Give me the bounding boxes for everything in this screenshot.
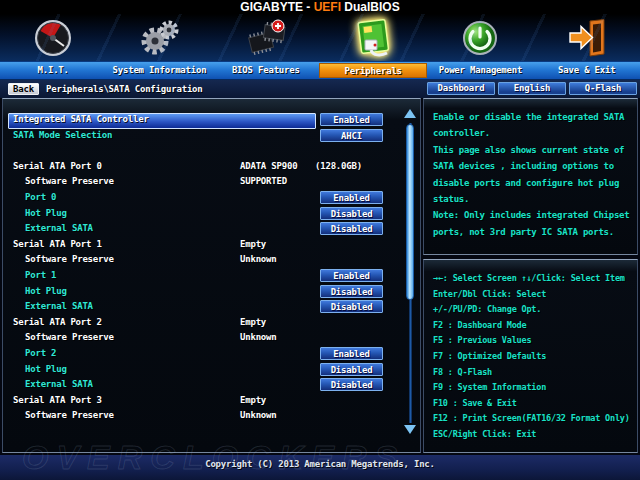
tab-label: Peripherals: [344, 66, 401, 76]
hotkey-line: F9 : System Information: [433, 380, 636, 396]
value-button[interactable]: AHCI: [320, 129, 383, 142]
tab-bar: M.I.T. System Information BIOS Features …: [0, 61, 640, 80]
value-button[interactable]: Disabled: [320, 285, 383, 298]
title-accent: UEFI: [314, 0, 341, 14]
setting-value: Unknown: [240, 252, 277, 268]
hotkey-line: ESC/Right Click: Exit: [433, 427, 636, 443]
setting-label: Integrated SATA Controller: [13, 112, 149, 128]
tab-power-management[interactable]: Power Management: [427, 62, 533, 79]
setting-value: Unknown: [240, 330, 277, 346]
settings-row: [3, 143, 420, 159]
settings-row[interactable]: Software Preserve Unknown: [3, 408, 420, 424]
setting-label: Software Preserve: [25, 174, 114, 190]
settings-row[interactable]: External SATA Disabled: [3, 299, 420, 315]
settings-row[interactable]: Software Preserve Unknown: [3, 330, 420, 346]
hotkey-line: F10 : Save & Exit: [433, 396, 636, 412]
setting-label: Hot Plug: [25, 206, 67, 222]
tab-label: Power Management: [439, 65, 523, 75]
tab-label: BIOS Features: [232, 65, 300, 75]
setting-label: Hot Plug: [25, 284, 67, 300]
title-suffix: DualBIOS: [341, 0, 400, 14]
setting-value: Empty: [240, 393, 266, 409]
value-button[interactable]: Enabled: [320, 347, 383, 360]
settings-row[interactable]: Serial ATA Port 0 ADATA SP900 (128.0GB): [3, 159, 420, 175]
scrollbar[interactable]: [403, 107, 418, 437]
scroll-up-icon[interactable]: [404, 109, 416, 118]
setting-label: External SATA: [25, 299, 93, 315]
settings-row[interactable]: SATA Mode Selection AHCI: [3, 128, 420, 144]
setting-label: Serial ATA Port 1: [13, 237, 102, 253]
watermark: OVERCLOCKERS: [22, 438, 405, 477]
setting-label: Serial ATA Port 0: [13, 159, 102, 175]
tab-label: System Information: [113, 65, 207, 75]
exit-door-icon: [565, 16, 609, 60]
value-button[interactable]: Disabled: [320, 363, 383, 376]
tab-label: Save & Exit: [558, 65, 615, 75]
help-paragraph: Note: Only includes integrated Chipset p…: [433, 207, 636, 240]
setting-label: External SATA: [25, 377, 93, 393]
setting-value: SUPPORTED: [240, 174, 287, 190]
settings-row[interactable]: External SATA Disabled: [3, 377, 420, 393]
setting-label: Port 2: [25, 346, 56, 362]
setting-label: Port 0: [25, 190, 56, 206]
scrollbar-thumb[interactable]: [406, 124, 414, 300]
quick-buttons: Dashboard English Q-Flash: [427, 82, 637, 95]
settings-row[interactable]: Hot Plug Disabled: [3, 284, 420, 300]
settings-row[interactable]: Hot Plug Disabled: [3, 362, 420, 378]
setting-value: Empty: [240, 237, 266, 253]
settings-row[interactable]: Serial ATA Port 1 Empty: [3, 237, 420, 253]
tab-system-information[interactable]: System Information: [106, 62, 212, 79]
help-paragraph: This page also shows current state of SA…: [433, 142, 636, 208]
setting-label: Software Preserve: [25, 408, 114, 424]
peripheral-card-icon: [351, 16, 395, 60]
setting-label: Software Preserve: [25, 252, 114, 268]
settings-row[interactable]: Serial ATA Port 2 Empty: [3, 315, 420, 331]
setting-label: Serial ATA Port 3: [13, 393, 102, 409]
dashboard-button[interactable]: Dashboard: [427, 82, 495, 95]
bios-screen: GIGABYTE - UEFI DualBIOS: [0, 0, 640, 480]
setting-label: Serial ATA Port 2: [13, 315, 102, 331]
setting-label: Hot Plug: [25, 362, 67, 378]
qflash-button[interactable]: Q-Flash: [569, 82, 637, 95]
settings-row[interactable]: Software Preserve Unknown: [3, 252, 420, 268]
settings-row[interactable]: External SATA Disabled: [3, 221, 420, 237]
value-button[interactable]: Enabled: [320, 269, 383, 282]
power-icon: [458, 16, 502, 60]
help-paragraph: Enable or disable the integrated SATA co…: [433, 109, 636, 142]
setting-value: Unknown: [240, 408, 277, 424]
settings-row[interactable]: Serial ATA Port 3 Empty: [3, 393, 420, 409]
tab-peripherals[interactable]: Peripherals: [319, 63, 427, 78]
settings-row[interactable]: Software Preserve SUPPORTED: [3, 174, 420, 190]
hotkey-line: F5 : Previous Values: [433, 333, 636, 349]
tab-icon-strip: [0, 14, 640, 61]
hotkey-line: F12 : Print Screen(FAT16/32 Format Only): [433, 411, 636, 427]
settings-row[interactable]: Port 1 Enabled: [3, 268, 420, 284]
tab-mit[interactable]: M.I.T.: [0, 62, 106, 79]
chips-icon: [245, 16, 289, 60]
sata-configuration-panel: Integrated SATA Controller Enabled SATA …: [2, 98, 421, 453]
settings-row[interactable]: Integrated SATA Controller Enabled: [3, 112, 420, 128]
hotkey-line: Enter/Dbl Click: Select: [433, 287, 636, 303]
value-button[interactable]: Disabled: [320, 222, 383, 235]
tab-bios-features[interactable]: BIOS Features: [213, 62, 319, 79]
value-button[interactable]: Enabled: [320, 113, 383, 126]
help-text: Enable or disable the integrated SATA co…: [424, 99, 637, 240]
setting-value: Empty: [240, 315, 266, 331]
settings-row[interactable]: Port 2 Enabled: [3, 346, 420, 362]
settings-row[interactable]: Port 0 Enabled: [3, 190, 420, 206]
value-button[interactable]: Disabled: [320, 207, 383, 220]
value-button[interactable]: Disabled: [320, 378, 383, 391]
value-button[interactable]: Disabled: [320, 300, 383, 313]
scroll-down-icon[interactable]: [404, 425, 416, 434]
tab-save-exit[interactable]: Save & Exit: [534, 62, 640, 79]
english-button[interactable]: English: [498, 82, 566, 95]
setting-capacity: (128.0GB): [315, 159, 362, 175]
settings-row[interactable]: Hot Plug Disabled: [3, 206, 420, 222]
setting-label: External SATA: [25, 221, 93, 237]
help-panel: Enable or disable the integrated SATA co…: [423, 98, 638, 255]
hotkey-line: F8 : Q-Flash: [433, 365, 636, 381]
settings-list: Integrated SATA Controller Enabled SATA …: [3, 112, 420, 424]
back-button[interactable]: Back: [8, 83, 39, 95]
value-button[interactable]: Enabled: [320, 191, 383, 204]
breadcrumb-bar: Back Peripherals\SATA Configuration Dash…: [0, 80, 640, 98]
